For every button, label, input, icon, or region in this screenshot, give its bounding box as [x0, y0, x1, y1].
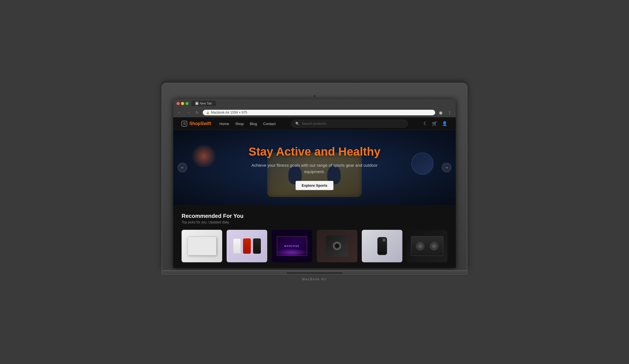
apple-logo-icon: 	[314, 89, 315, 94]
product-card-samsung[interactable]: Samsung Galaxy S21 ★ ★ ★ ★ ★ (3.75)	[362, 230, 402, 262]
account-button[interactable]: 👤	[442, 121, 447, 126]
gpu-fan-1	[416, 242, 424, 250]
address-bar-text: Macbook Air 1559 × 975	[211, 111, 247, 114]
hero-subtitle: Achieve your fitness goals with our rang…	[245, 162, 384, 175]
site-navbar: ☷ ShopSwift Home Shop Blog Contact	[173, 117, 456, 130]
section-title: Recommended For You	[182, 213, 447, 219]
nav-link-shop[interactable]: Shop	[235, 122, 244, 126]
search-box[interactable]: 🔍	[291, 120, 408, 128]
browser-toolbar: ← → ↻ 🔒 Macbook Air 1559 × 975 ◉ ⋮	[173, 108, 456, 117]
navbar-left: ☷ ShopSwift Home Shop Blog Contact	[182, 121, 276, 126]
hero-prev-button[interactable]: ←	[178, 163, 187, 172]
minimize-window-btn[interactable]	[181, 102, 184, 105]
camera-body	[326, 235, 348, 256]
traffic-lights	[177, 102, 189, 105]
logo-icon: ☷	[182, 121, 187, 126]
product-image-tv	[272, 230, 312, 262]
hero-deco-left	[190, 145, 218, 167]
tab-icon: ◆	[195, 102, 199, 105]
macbook-model-label: MacBook Air	[302, 277, 327, 281]
address-bar[interactable]: 🔒 Macbook Air 1559 × 975	[203, 110, 435, 115]
cart-button[interactable]: 🛒	[432, 121, 437, 126]
nav-links: Home Shop Blog Contact	[219, 121, 276, 126]
product-image-laptop	[182, 230, 222, 262]
tab-label: New Tab	[200, 102, 212, 105]
section-subtitle: Top picks for you. Updated daily.	[182, 220, 447, 224]
macbook-base	[162, 270, 467, 275]
macbook-lid:  ◆ New Tab ←	[162, 83, 467, 270]
product-card-gpu[interactable]: NVIDIA GeForce RTX ★ ★ ★ ★ ★ (4.5)	[407, 230, 447, 262]
macbook-wrapper:  ◆ New Tab ←	[162, 83, 467, 281]
product-image-camera	[317, 230, 357, 262]
logo-text: ShopSwift	[189, 121, 211, 126]
site-logo[interactable]: ☷ ShopSwift	[182, 121, 211, 126]
hero-next-button[interactable]: →	[442, 163, 451, 172]
phone-red	[243, 238, 251, 254]
macbook-camera	[313, 95, 316, 97]
refresh-button[interactable]: ↻	[194, 109, 200, 116]
forward-button[interactable]: →	[185, 109, 192, 116]
product-image-samsung	[362, 230, 402, 262]
browser-tab[interactable]: ◆ New Tab	[191, 101, 216, 106]
phone-black	[253, 238, 261, 254]
browser-titlebar: ◆ New Tab	[173, 99, 456, 108]
menu-button[interactable]: ⋮	[446, 109, 453, 116]
nav-link-contact[interactable]: Contact	[263, 122, 276, 126]
samsung-phone	[377, 237, 387, 255]
gpu-fan-2	[430, 242, 438, 250]
tv-glow	[276, 248, 308, 257]
hero-title: Stay Active and Healthy	[245, 145, 384, 158]
lock-icon: 🔒	[206, 111, 209, 114]
close-window-btn[interactable]	[177, 102, 180, 105]
search-input[interactable]	[302, 122, 404, 126]
browser-window: ◆ New Tab ← → ↻ 🔒 Macbook Air 1559 × 975…	[173, 99, 456, 268]
products-grid: Asus Tuf Gaming F15 ★ ★ ★ ★ ★ (0)	[182, 230, 447, 262]
maximize-window-btn[interactable]	[185, 102, 189, 105]
product-card-phone[interactable]: Apple iPhone 12 ★ ★ ★ ★ ★ (0)	[227, 230, 267, 262]
phone-white	[233, 238, 241, 254]
navbar-search: 🔍	[291, 120, 408, 128]
hero-content: Stay Active and Healthy Achieve your fit…	[245, 145, 384, 190]
camera-lens	[333, 242, 341, 250]
gpu-body	[411, 236, 444, 256]
back-button[interactable]: ←	[176, 109, 183, 116]
nav-link-blog[interactable]: Blog	[250, 122, 257, 126]
dark-mode-toggle[interactable]: ☾	[424, 121, 427, 126]
website-content: ☷ ShopSwift Home Shop Blog Contact	[173, 117, 456, 268]
recommended-section: Recommended For You Top picks for you. U…	[173, 205, 456, 268]
product-card-laptop[interactable]: Asus Tuf Gaming F15 ★ ★ ★ ★ ★ (0)	[182, 230, 222, 262]
hero-banner: Stay Active and Healthy Achieve your fit…	[173, 130, 456, 205]
navbar-right: ☾ 🛒 👤	[424, 121, 447, 126]
hero-cta-button[interactable]: Explore Sports	[296, 181, 333, 190]
extensions-button[interactable]: ◉	[437, 109, 444, 116]
hero-deco-right	[411, 153, 434, 175]
product-card-tv[interactable]: Sony Bravia 4K OLED TV ★ ★ ★ ★ ★ (4.9)	[272, 230, 312, 262]
product-image-gpu	[407, 230, 447, 262]
nav-link-home[interactable]: Home	[219, 122, 229, 126]
search-icon: 🔍	[295, 122, 299, 126]
product-card-camera[interactable]: Canon EOS R5 ★ ★ ★ ★ ★ (4.6)	[317, 230, 357, 262]
product-image-phone	[227, 230, 267, 262]
